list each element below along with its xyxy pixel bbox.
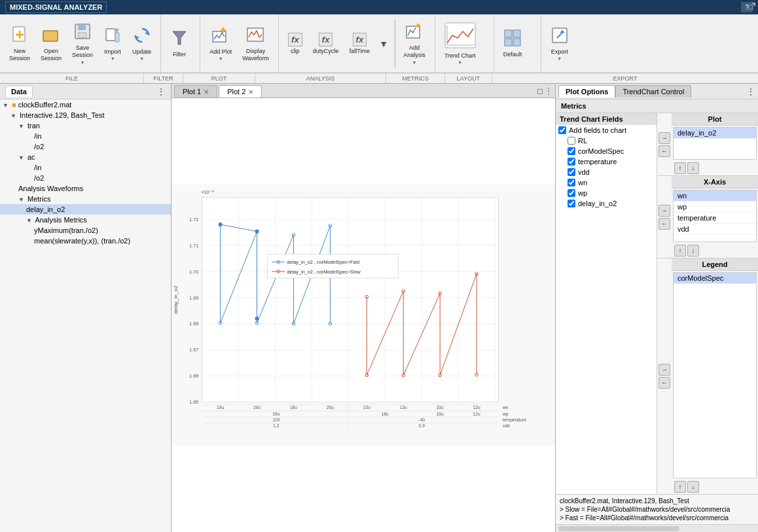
tab-plot-options[interactable]: Plot Options xyxy=(558,85,615,98)
xaxis-up-btn[interactable]: ↑ xyxy=(674,245,686,257)
add-plot-button[interactable]: Add Plot ▼ xyxy=(206,24,236,64)
export-button[interactable]: Export ▼ xyxy=(547,24,573,64)
legend-down-btn[interactable]: ↓ xyxy=(687,481,699,493)
tree-item-tran-o2[interactable]: /o2 xyxy=(0,141,171,152)
move-to-legend-btn[interactable]: → xyxy=(659,364,670,376)
tree-item-ymax[interactable]: yMaximum(tran./o2) xyxy=(0,225,171,236)
wn-checkbox[interactable] xyxy=(568,179,575,186)
save-session-button[interactable]: SaveSession ▼ xyxy=(68,20,97,67)
plot-menu-icon[interactable]: ⋮ xyxy=(545,86,552,96)
analysis-section: fx clip fx dutyCycle fx fallTime ▼ Ad xyxy=(279,14,435,73)
close-plot2-icon[interactable]: ✕ xyxy=(248,88,253,96)
add-plot-arrow: ▼ xyxy=(219,56,223,61)
svg-marker-11 xyxy=(145,31,150,34)
update-button[interactable]: Update ▼ xyxy=(128,24,155,64)
remove-from-plot-btn[interactable]: ← xyxy=(659,145,670,157)
tree-item-ac-o2[interactable]: /o2 xyxy=(0,173,171,183)
tcf-header: Trend Chart Fields xyxy=(556,113,657,125)
tree-item-metrics[interactable]: ▼ Metrics xyxy=(0,194,171,204)
add-analysis-button[interactable]: AddAnalysis ▼ xyxy=(399,20,429,67)
clip-button[interactable]: fx clip xyxy=(284,30,306,58)
falltime-button[interactable]: fx fallTime xyxy=(345,30,374,58)
add-to-chart-checkbox[interactable] xyxy=(558,126,566,134)
new-session-button[interactable]: NewSession xyxy=(5,23,34,65)
svg-text:20u: 20u xyxy=(327,405,334,410)
field-add-to-chart[interactable]: Add fields to chart xyxy=(556,125,657,135)
move-to-xaxis-btn[interactable]: → xyxy=(659,205,670,217)
plot-down-btn[interactable]: ↓ xyxy=(687,162,699,174)
filter-button[interactable]: Filter xyxy=(166,26,192,61)
field-rl[interactable]: RL xyxy=(556,135,657,146)
cormodelspec-checkbox[interactable] xyxy=(568,147,575,155)
tree-item-tran[interactable]: ▼ tran xyxy=(0,120,171,131)
close-plot1-icon[interactable]: ✕ xyxy=(204,88,209,96)
tree-item-clockbuffer-mat[interactable]: ▼ ■ clockBuffer2.mat xyxy=(0,99,171,110)
import-label: Import xyxy=(104,48,121,56)
trend-chart-button[interactable]: Trend Chart ▼ xyxy=(441,20,480,68)
open-session-button[interactable]: OpenSession xyxy=(37,23,65,65)
right-scrollbar[interactable] xyxy=(556,524,758,532)
layout-label: LAYOUT xyxy=(445,73,492,83)
display-waveform-button[interactable]: DisplayWaveform xyxy=(238,23,273,65)
tree-item-ac-in[interactable]: /in xyxy=(0,162,171,173)
import-icon xyxy=(103,26,122,47)
tab-plot2[interactable]: Plot 2 ✕ xyxy=(219,85,262,98)
svg-text:10u: 10u xyxy=(437,412,444,416)
vdd-checkbox[interactable] xyxy=(568,168,575,176)
svg-text:1.67: 1.67 xyxy=(189,347,198,353)
xaxis-down-btn[interactable]: ↓ xyxy=(687,245,699,257)
tab-trendchart-control[interactable]: TrendChart Control xyxy=(615,85,691,98)
plot-up-btn[interactable]: ↑ xyxy=(674,162,686,174)
remove-from-xaxis-btn[interactable]: ← xyxy=(659,218,670,230)
tree-item-analysis-metrics[interactable]: ▼ Analysis Metrics xyxy=(0,215,171,225)
xaxis-item-wn[interactable]: wn xyxy=(674,190,756,202)
panel-menu-icon[interactable]: ⋮ xyxy=(156,86,166,97)
move-to-plot-btn[interactable]: → xyxy=(659,132,670,144)
xaxis-item-vdd[interactable]: vdd xyxy=(674,224,756,235)
center-panel: Plot 1 ✕ Plot 2 ✕ ◻ ⋮ xyxy=(171,84,555,532)
import-button[interactable]: Import ▼ xyxy=(99,24,126,64)
dutycycle-button[interactable]: fx dutyCycle xyxy=(309,30,343,58)
default-button[interactable]: Default xyxy=(499,26,526,61)
tree-item-interactive129[interactable]: ▼ Interactive.129, Bash_Test xyxy=(0,110,171,120)
expand-icon[interactable] xyxy=(746,3,755,13)
file-section: NewSession OpenSession SaveSession ▼ xyxy=(0,14,161,73)
tree-item-delay-in-o2[interactable]: delay_in_o2 xyxy=(0,204,171,215)
plot-maximize-icon[interactable]: ◻ xyxy=(537,86,543,96)
temperature-checkbox[interactable] xyxy=(568,158,575,166)
field-wn[interactable]: wn xyxy=(556,177,657,188)
tab-plot1[interactable]: Plot 1 ✕ xyxy=(174,85,217,98)
field-vdd[interactable]: vdd xyxy=(556,167,657,177)
wp-checkbox[interactable] xyxy=(568,189,575,197)
scrollbar-thumb[interactable] xyxy=(558,526,679,531)
right-panel-menu-icon[interactable]: ⋮ xyxy=(746,86,755,97)
clip-icon: fx xyxy=(288,33,302,46)
svg-text:temperature: temperature xyxy=(503,417,526,423)
remove-from-legend-btn[interactable]: ← xyxy=(659,377,670,389)
svg-text:1.72: 1.72 xyxy=(189,217,198,222)
plot-section: Add Plot ▼ DisplayWaveform xyxy=(200,14,279,73)
xaxis-item-temperature[interactable]: temperature xyxy=(674,213,756,224)
tree-item-tran-in[interactable]: /in xyxy=(0,131,171,141)
tree-item-mean[interactable]: mean(slewrate(y,x)), (tran./o2) xyxy=(0,236,171,246)
more-analysis-button[interactable]: ▼ xyxy=(376,39,391,49)
filter-label: FILTER xyxy=(144,73,183,83)
svg-text:1.2: 1.2 xyxy=(273,423,280,428)
save-arrow: ▼ xyxy=(81,60,85,65)
field-wp[interactable]: wp xyxy=(556,188,657,198)
tree-item-ac[interactable]: ▼ ac xyxy=(0,152,171,162)
rl-checkbox[interactable] xyxy=(568,137,575,145)
left-panel: Data ⋮ ▼ ■ clockBuffer2.mat ▼ Interactiv… xyxy=(0,84,171,532)
legend-item-cormodelspec[interactable]: corModelSpec xyxy=(674,273,756,284)
default-icon xyxy=(503,29,522,50)
field-cormodelspec[interactable]: corModelSpec xyxy=(556,146,657,156)
data-tab[interactable]: Data xyxy=(5,86,33,97)
plot-list-delay[interactable]: delay_in_o2 xyxy=(674,128,756,139)
tcf-to-xaxis-arrows: → ← xyxy=(657,176,672,258)
legend-up-btn[interactable]: ↑ xyxy=(674,481,686,493)
xaxis-item-wp[interactable]: wp xyxy=(674,202,756,213)
field-delay-in-o2[interactable]: delay_in_o2 xyxy=(556,198,657,209)
field-temperature[interactable]: temperature xyxy=(556,156,657,167)
delay-in-o2-checkbox[interactable] xyxy=(568,200,575,207)
tree-item-analysis-waveforms[interactable]: Analysis Waveforms xyxy=(0,183,171,194)
